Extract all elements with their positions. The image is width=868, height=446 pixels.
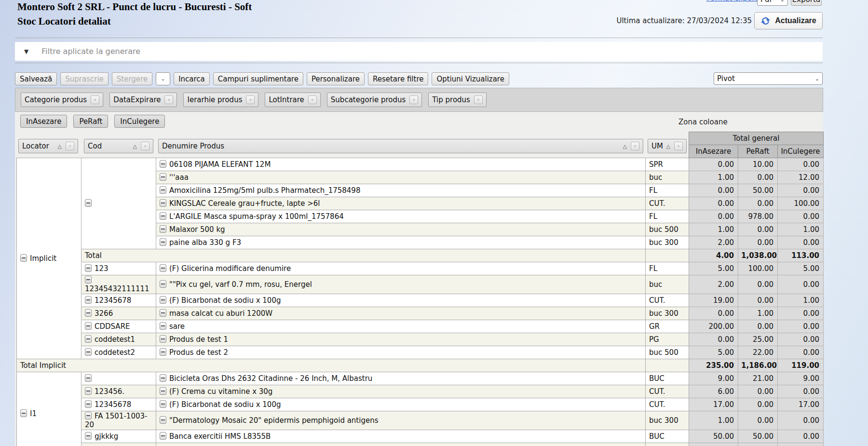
value-cell: 10.00 (738, 158, 778, 171)
collapse-icon[interactable] (160, 400, 166, 408)
collapse-icon[interactable] (85, 296, 92, 304)
collapse-icon[interactable] (85, 309, 92, 317)
value-cell: 0.00 (738, 320, 778, 333)
collapse-icon[interactable] (85, 387, 92, 395)
collapse-triangle-icon[interactable]: ▼ (24, 48, 28, 55)
dropdown-icon[interactable]: ▾ (631, 142, 639, 150)
collapse-icon[interactable] (160, 296, 166, 304)
dropdown-icon[interactable]: ▾ (474, 95, 483, 104)
collapse-icon[interactable] (85, 322, 92, 330)
um-cell: CUT. (646, 294, 689, 307)
value-cell: 22.00 (738, 346, 778, 359)
collapse-icon[interactable] (160, 238, 166, 246)
measure-inculegere[interactable]: InCulegere (114, 115, 165, 128)
measure-inasezare[interactable]: InAsezare (20, 115, 67, 128)
field-categorie-produs[interactable]: Categorie produs▾ (21, 93, 103, 107)
um-cell: CUT. (646, 385, 689, 398)
collapse-icon[interactable] (85, 432, 92, 440)
collapse-icon[interactable] (85, 374, 92, 382)
value-cell: 2.00 (689, 236, 738, 249)
collapse-icon[interactable] (85, 400, 92, 408)
collapse-icon[interactable] (85, 264, 92, 272)
collapse-icon[interactable] (85, 276, 92, 284)
collapse-icon[interactable] (85, 199, 92, 207)
collapse-icon[interactable] (160, 160, 166, 168)
collapse-icon[interactable] (160, 322, 166, 330)
dropdown-icon[interactable]: ▾ (674, 142, 683, 150)
campuri-suplimentare-button[interactable]: Campuri suplimentare (213, 72, 303, 85)
collapse-icon[interactable] (160, 186, 166, 194)
product-name-cell: Banca exercitii HMS L8355B (156, 430, 646, 443)
dropdown-icon[interactable]: ▾ (409, 95, 418, 104)
collapse-icon[interactable] (160, 173, 166, 181)
product-name-cell: (F) Bicarbonat de sodiu x 100g (156, 398, 646, 411)
sort-asc-icon[interactable]: △ (58, 143, 62, 149)
field-tip-produs[interactable]: Tip produs▾ (428, 93, 487, 107)
um-cell: CUT. (646, 197, 689, 210)
um-cell: buc (646, 171, 689, 184)
collapse-icon[interactable] (160, 387, 166, 395)
value-cell: 1.00 (689, 411, 738, 430)
filters-bar[interactable]: ▼ Filtre aplicate la generare (15, 42, 823, 61)
personalizare-button[interactable]: Personalizare (307, 72, 365, 85)
header-um[interactable]: UM △ ▾ (648, 139, 687, 153)
salveaza-button[interactable]: Salvează (15, 72, 57, 85)
value-cell: 0.00 (778, 346, 824, 359)
collapse-icon[interactable] (160, 280, 166, 288)
header-cod[interactable]: Cod △ ▾ (84, 139, 153, 153)
value-cell: 0.00 (778, 275, 824, 294)
field-ierarhie-produs[interactable]: Ierarhie produs▾ (183, 93, 258, 107)
collapse-icon[interactable] (20, 254, 27, 262)
collapse-icon[interactable] (160, 335, 166, 343)
table-row: coddetest2Produs de test 2buc 5005.0022.… (17, 346, 824, 359)
exporta-button[interactable]: Exporta (791, 0, 822, 6)
collapse-icon[interactable] (85, 348, 92, 356)
um-cell: buc (646, 275, 689, 294)
format-export-link[interactable]: Format export (706, 0, 758, 2)
collapse-icon[interactable] (160, 309, 166, 317)
field-subcategorie-produs[interactable]: Subcategorie produs▾ (327, 93, 422, 107)
filters-bar-label: Filtre aplicate la generare (41, 47, 140, 56)
sort-asc-icon[interactable]: △ (666, 143, 670, 149)
value-cell: 0.00 (738, 294, 778, 307)
field-dataexpirare[interactable]: DataExpirare▾ (109, 93, 177, 107)
export-format-select[interactable]: Pdf ⌄ (757, 0, 788, 6)
view-mode-select[interactable]: Pivot ⌄ (714, 72, 823, 85)
collapse-icon[interactable] (160, 225, 166, 233)
value-cell: 1.00 (778, 294, 824, 307)
saved-views-select[interactable]: ⌄ (156, 72, 170, 85)
table-row: I1Bicicleta Oras Dhs 2632 Citadinne - 26… (17, 372, 824, 385)
dropdown-icon[interactable]: ▾ (91, 95, 99, 104)
dropdown-icon[interactable]: ▾ (141, 142, 149, 150)
collapse-icon[interactable] (160, 199, 166, 207)
header-denumire-produs[interactable]: Denumire Produs △ ▾ (158, 139, 643, 153)
actualizare-button[interactable]: Actualizare (754, 12, 823, 29)
collapse-icon[interactable] (160, 432, 166, 440)
field-lotintrare[interactable]: LotIntrare▾ (265, 93, 320, 107)
header-locator[interactable]: Locator △ ▾ (18, 139, 78, 153)
sort-asc-icon[interactable]: △ (623, 143, 627, 149)
sort-asc-icon[interactable]: △ (133, 143, 137, 149)
dropdown-icon[interactable]: ▾ (308, 95, 317, 104)
collapse-icon[interactable] (160, 374, 166, 382)
resetare-filtre-button[interactable]: Resetare filtre (368, 72, 429, 85)
value-cell: 0.00 (738, 236, 778, 249)
collapse-icon[interactable] (20, 409, 27, 417)
optiuni-vizualizare-button[interactable]: Optiuni Vizualizare (432, 72, 509, 85)
collapse-icon[interactable] (85, 412, 92, 419)
measure-peraft[interactable]: PeRaft (73, 115, 108, 128)
dropdown-icon[interactable]: ▾ (164, 95, 173, 104)
page-title: Montero Soft 2 SRL - Punct de lucru - Bu… (17, 1, 252, 13)
dropdown-icon[interactable]: ▾ (246, 95, 255, 104)
value-cell (778, 443, 824, 446)
table-row (17, 443, 824, 446)
incarca-button[interactable]: Incarca (174, 72, 210, 85)
collapse-icon[interactable] (160, 348, 166, 356)
collapse-icon[interactable] (160, 264, 166, 272)
value-cell: 0.00 (689, 210, 738, 223)
value-cell: 100.00 (778, 197, 824, 210)
collapse-icon[interactable] (160, 416, 166, 424)
collapse-icon[interactable] (160, 212, 166, 220)
collapse-icon[interactable] (85, 335, 92, 343)
dropdown-icon[interactable]: ▾ (66, 142, 74, 150)
